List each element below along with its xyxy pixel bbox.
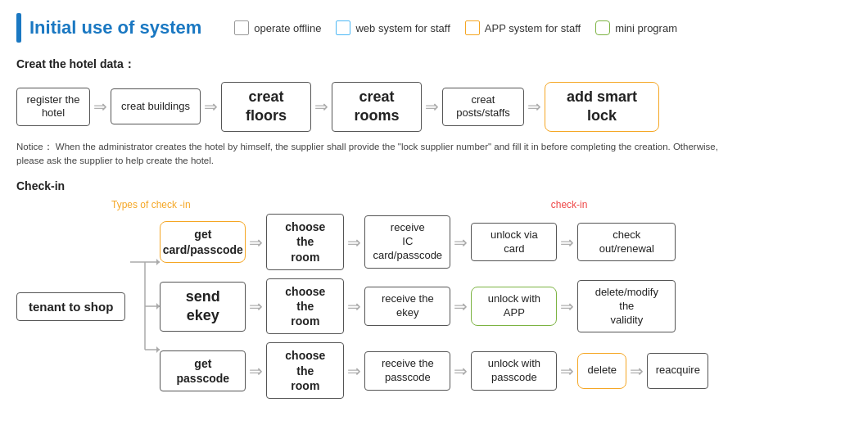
box-floors: creat floors: [221, 82, 311, 132]
hotel-flow-row: register thehotel ⇒ creat buildings ⇒ cr…: [16, 82, 852, 132]
arr-r3-5: ⇒: [626, 361, 647, 381]
box-choose-1: choose theroom: [266, 214, 344, 270]
box-get-passcode-label: get passcode: [169, 356, 237, 386]
legend-app: APP system for staff: [465, 20, 581, 35]
legend: operate offline web system for staff APP…: [234, 20, 677, 35]
legend-label-offline: operate offline: [254, 22, 321, 34]
box-floors-label: creat floors: [230, 88, 302, 126]
box-unlock-app: unlock with APP: [471, 287, 557, 326]
hotel-notice: Notice： When the administrator creates t…: [16, 140, 721, 169]
box-rooms-label: creat rooms: [341, 88, 413, 126]
box-register-label: register thehotel: [26, 93, 79, 121]
legend-label-app: APP system for staff: [485, 22, 581, 34]
arr-r1-1: ⇒: [246, 233, 266, 252]
box-unlock-card-label: unlock via card: [480, 228, 548, 256]
arr-r2-4: ⇒: [557, 296, 577, 316]
box-smartlock-label: add smart lock: [554, 88, 650, 126]
box-smartlock: add smart lock: [545, 82, 659, 132]
box-checkout-label: check out/renewal: [586, 228, 667, 256]
box-choose-2: choose theroom: [266, 278, 344, 335]
hotel-section-label: Creat the hotel data：: [16, 57, 852, 72]
arr-r2-2: ⇒: [344, 296, 364, 316]
box-unlock-card: unlock via card: [471, 223, 557, 262]
checkin-main: tenant to shop getcard/passcode: [16, 214, 852, 399]
checkin-row-1: getcard/passcode ⇒ choose theroom ⇒ rece…: [160, 214, 708, 270]
legend-box-offline: [234, 20, 249, 35]
legend-label-web: web system for staff: [355, 22, 450, 34]
legend-box-web: [336, 20, 350, 35]
box-reacquire: reacquire: [647, 353, 708, 389]
box-buildings-label: creat buildings: [121, 100, 190, 114]
legend-label-mini: mini program: [615, 22, 677, 34]
box-receive-ekey-label: receive the ekey: [373, 292, 441, 320]
box-delete-label: delete: [588, 364, 617, 378]
box-choose-3-label: choose theroom: [275, 348, 335, 393]
arr-r3-2: ⇒: [344, 361, 364, 381]
checkin-label: Check-in: [16, 179, 852, 192]
box-receive-ic-label: receiveIC card/passcode: [373, 221, 443, 263]
box-receive-ekey: receive the ekey: [364, 287, 450, 326]
checkin-row-3: get passcode ⇒ choose theroom ⇒ receive …: [160, 342, 708, 399]
legend-box-app: [465, 20, 480, 35]
arrow-2: ⇒: [201, 97, 221, 116]
arr-r3-4: ⇒: [557, 361, 577, 381]
branch-arrows-svg: [130, 241, 160, 372]
checkin-row-2: send ekey ⇒ choose theroom ⇒ receive the…: [160, 278, 708, 335]
box-choose-3: choose theroom: [266, 342, 344, 399]
box-get-card: getcard/passcode: [160, 221, 246, 262]
box-rooms: creat rooms: [332, 82, 422, 132]
box-unlock-passcode: unlock withpasscode: [471, 351, 557, 391]
arrow-1: ⇒: [90, 97, 111, 116]
legend-mini: mini program: [595, 20, 677, 35]
box-register: register thehotel: [16, 88, 90, 127]
arr-r3-1: ⇒: [246, 361, 266, 381]
box-unlock-passcode-label: unlock withpasscode: [488, 357, 540, 385]
arrow-3: ⇒: [311, 97, 332, 116]
arr-r2-3: ⇒: [450, 296, 471, 316]
checkin-section: Check-in Types of check -in check-in ten…: [16, 179, 852, 399]
hotel-section: Creat the hotel data： register thehotel …: [16, 57, 852, 168]
legend-web: web system for staff: [336, 20, 450, 35]
box-delete-modify: delete/modify thevalidity: [577, 280, 676, 333]
box-get-passcode: get passcode: [160, 350, 246, 391]
checkin-type-labels: Types of check -in check-in: [16, 199, 852, 210]
types-label: Types of check -in: [111, 199, 191, 210]
box-buildings: creat buildings: [111, 88, 201, 124]
legend-offline: operate offline: [234, 20, 321, 35]
arrow-5: ⇒: [524, 97, 545, 116]
box-choose-2-label: choose theroom: [275, 284, 335, 329]
box-get-card-label: getcard/passcode: [163, 227, 243, 256]
arrow-4: ⇒: [422, 97, 442, 116]
box-tenant: tenant to shop: [16, 292, 125, 321]
checkin-rows-stack: getcard/passcode ⇒ choose theroom ⇒ rece…: [160, 214, 708, 399]
box-delete-modify-label: delete/modify thevalidity: [586, 286, 667, 328]
box-choose-1-label: choose theroom: [275, 219, 335, 264]
arr-r1-3: ⇒: [450, 233, 471, 252]
checkin-right-label: check-in: [551, 199, 588, 210]
page-header: Initial use of system operate offline we…: [16, 13, 852, 43]
box-receive-ic: receiveIC card/passcode: [364, 215, 450, 269]
arr-r2-1: ⇒: [246, 296, 266, 316]
legend-box-mini: [595, 20, 610, 35]
box-send-ekey-label: send ekey: [169, 287, 237, 326]
box-send-ekey: send ekey: [160, 282, 246, 332]
page-title: Initial use of system: [29, 17, 201, 38]
box-posts: creatposts/staffs: [442, 88, 524, 127]
arr-r1-2: ⇒: [344, 233, 364, 252]
box-receive-passcode-label: receive thepasscode: [382, 357, 434, 385]
box-receive-passcode: receive thepasscode: [364, 351, 450, 391]
arr-r1-4: ⇒: [557, 233, 577, 252]
box-tenant-label: tenant to shop: [29, 300, 113, 314]
header-accent-bar: [16, 13, 21, 43]
box-unlock-app-label: unlock with APP: [480, 292, 548, 320]
box-checkout: check out/renewal: [577, 223, 676, 262]
box-delete: delete: [577, 353, 626, 389]
arr-r3-3: ⇒: [450, 361, 471, 381]
box-posts-label: creatposts/staffs: [456, 93, 510, 121]
box-reacquire-label: reacquire: [656, 364, 700, 378]
